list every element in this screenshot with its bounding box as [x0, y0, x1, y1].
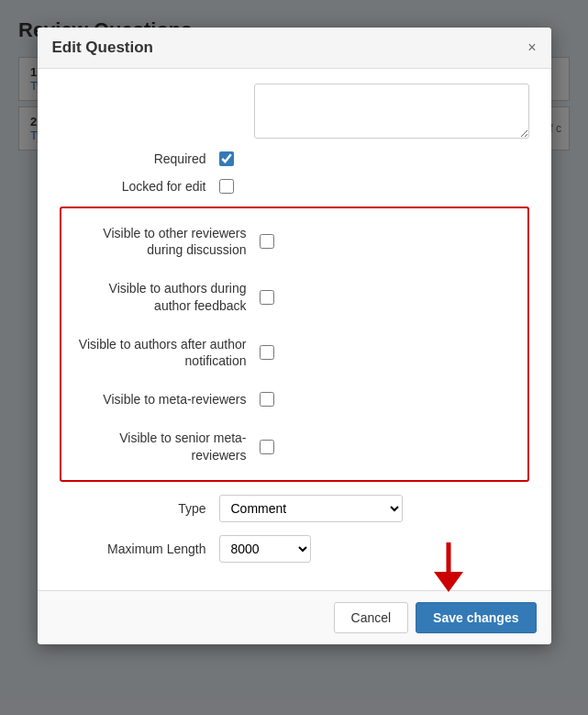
arrow-indicator — [427, 539, 471, 597]
modal-header: Edit Question × — [38, 28, 551, 69]
max-length-select[interactable]: 8000 4000 2000 1000 — [219, 535, 311, 563]
type-select[interactable]: Comment Text Integer Select — [219, 495, 403, 522]
visibility-label-4: Visible to senior meta-reviewers — [72, 430, 247, 463]
visibility-checkbox-2[interactable] — [260, 345, 274, 360]
visibility-row-1: Visible to authors during author feedbac… — [72, 271, 516, 322]
modal-body: Required Locked for edit Visible to othe… — [38, 69, 551, 590]
required-checkbox[interactable] — [219, 151, 234, 166]
visibility-row-2: Visible to authors after author notifica… — [72, 327, 516, 378]
svg-marker-1 — [434, 572, 463, 592]
visibility-row-4: Visible to senior meta-reviewers — [72, 420, 516, 472]
question-textarea[interactable] — [254, 84, 529, 139]
visibility-checkbox-4[interactable] — [260, 440, 274, 454]
visibility-row-0: Visible to other reviewers during discus… — [72, 216, 516, 267]
visibility-row-3: Visible to meta-reviewers — [72, 382, 516, 417]
save-button[interactable]: Save changes — [416, 602, 536, 633]
visibility-label-0: Visible to other reviewers during discus… — [72, 225, 247, 258]
max-length-label: Maximum Length — [60, 542, 206, 556]
required-label: Required — [60, 151, 206, 166]
visibility-checkbox-0[interactable] — [260, 234, 274, 249]
modal-title: Edit Question — [52, 39, 154, 57]
edit-question-modal: Edit Question × Required Locked for edit — [38, 28, 551, 644]
locked-checkbox[interactable] — [219, 179, 234, 194]
type-row: Type Comment Text Integer Select — [60, 495, 529, 522]
required-row: Required — [60, 151, 529, 166]
visibility-label-2: Visible to authors after author notifica… — [72, 336, 247, 369]
question-textarea-row — [60, 84, 529, 139]
visibility-group: Visible to other reviewers during discus… — [60, 207, 529, 482]
visibility-checkbox-1[interactable] — [260, 290, 274, 305]
locked-row: Locked for edit — [60, 179, 529, 194]
modal-footer: Cancel Save changes — [38, 590, 551, 644]
visibility-label-3: Visible to meta-reviewers — [72, 391, 247, 408]
modal-backdrop: Edit Question × Required Locked for edit — [0, 0, 588, 715]
visibility-checkbox-3[interactable] — [260, 392, 274, 407]
type-label: Type — [60, 501, 206, 516]
locked-label: Locked for edit — [60, 179, 206, 194]
modal-close-button[interactable]: × — [527, 40, 536, 55]
visibility-label-1: Visible to authors during author feedbac… — [72, 280, 247, 313]
cancel-button[interactable]: Cancel — [334, 602, 409, 633]
